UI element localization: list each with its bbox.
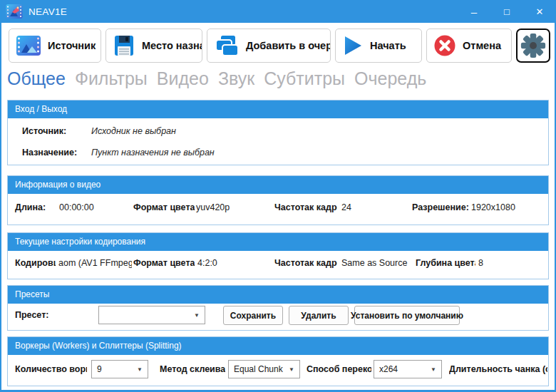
groupbox-io-header: Вход / Выход [8, 100, 548, 118]
tab-audio[interactable]: Звук [218, 68, 254, 89]
color-format-label: Формат цвета: [133, 202, 195, 212]
title-bar: NEAV1E – □ ✕ [0, 0, 556, 23]
add-to-queue-button[interactable]: Добавить в очередь [207, 29, 331, 63]
enc-framerate-value: Same as Source [341, 258, 407, 268]
bit-depth-value: 8 [478, 258, 483, 268]
tab-bar: Общее Фильтры Видео Звук Субтитры Очеред… [7, 68, 426, 89]
cancel-button[interactable]: Отмена [426, 29, 512, 63]
reencode-method-label: Способ перекодирования: [307, 364, 371, 374]
groupbox-presets-header: Пресеты [8, 286, 548, 304]
window-controls: – □ ✕ [458, 0, 556, 23]
queue-stack-icon [214, 34, 240, 57]
tab-general[interactable]: Общее [7, 68, 66, 89]
color-format-value: yuv420p [196, 202, 230, 212]
preset-save-label: Сохранить [230, 311, 276, 321]
enc-color-format-label: Формат цвета: [133, 258, 195, 268]
framerate-value: 24 [341, 202, 351, 212]
reencode-method-value: x264 [379, 364, 398, 374]
app-logo-icon [6, 4, 23, 19]
preset-set-default-label: Установить по умолчанию [351, 311, 463, 321]
cancel-x-icon [433, 34, 456, 57]
settings-button[interactable] [516, 29, 550, 63]
window-title: NEAV1E [29, 6, 67, 17]
tab-subtitles[interactable]: Субтитры [264, 68, 345, 89]
groupbox-workers-header: Воркеры (Workers) и Сплиттеры (Splitting… [8, 337, 548, 355]
groupbox-encoding: Текущие настройки кодирования Кодировщик… [7, 232, 549, 279]
destination-button-label: Место назначения [142, 40, 202, 51]
groupbox-io: Вход / Выход Источник: Исходник не выбра… [7, 100, 549, 165]
tab-filters[interactable]: Фильтры [75, 68, 148, 89]
destination-label: Назначение: [22, 148, 77, 158]
source-label: Источник: [22, 126, 66, 136]
maximize-button[interactable]: □ [490, 0, 523, 23]
groupbox-encoding-header: Текущие настройки кодирования [8, 233, 548, 251]
groupbox-presets: Пресеты Пресет: ▼ Сохранить Удалить Уста… [7, 285, 549, 331]
chevron-down-icon: ▼ [289, 366, 294, 373]
resolution-value: 1920x1080 [471, 202, 515, 212]
tab-video[interactable]: Видео [157, 68, 209, 89]
enc-framerate-label: Частотак кадров: [274, 258, 337, 268]
resolution-label: Разрешение: [412, 202, 469, 212]
preset-delete-button[interactable]: Удалить [289, 306, 349, 325]
enc-color-format-value: 4:2:0 [197, 258, 217, 268]
save-floppy-icon [113, 34, 135, 57]
chevron-down-icon: ▼ [431, 366, 436, 373]
start-button[interactable]: Начать [335, 29, 422, 63]
source-button[interactable]: Источник [9, 29, 101, 63]
groupbox-video-info: Информация о видео Длина: 00:00:00 Форма… [7, 175, 549, 225]
app-window: NEAV1E – □ ✕ Исто [0, 0, 556, 392]
minimize-button[interactable]: – [458, 0, 490, 23]
preset-set-default-button[interactable]: Установить по умолчанию [354, 306, 460, 325]
start-button-label: Начать [370, 40, 406, 51]
tab-queue[interactable]: Очередь [354, 68, 426, 89]
play-icon [342, 35, 364, 56]
preset-label: Пресет: [15, 310, 48, 320]
bit-depth-label: Глубина цвета: [416, 258, 475, 268]
destination-value: Пункт назначения не выбран [91, 148, 215, 158]
reencode-method-dropdown[interactable]: x264 ▼ [374, 360, 442, 378]
add-to-queue-button-label: Добавить в очередь [246, 40, 331, 51]
length-value: 00:00:00 [59, 202, 94, 212]
cancel-button-label: Отмена [463, 40, 501, 51]
length-label: Длина: [15, 202, 46, 212]
groupbox-video-info-header: Информация о видео [8, 176, 548, 194]
encoder-label: Кодировщик: [15, 258, 56, 268]
preset-delete-label: Удалить [301, 311, 336, 321]
chevron-down-icon: ▼ [137, 366, 143, 373]
chunk-length-label: Длительность чанка (сек): [449, 364, 547, 374]
merge-method-dropdown[interactable]: Equal Chunk ▼ [228, 360, 300, 378]
toolbar: Источник Место назначения [1, 26, 555, 66]
source-button-label: Источник [48, 40, 96, 51]
groupbox-workers: Воркеры (Workers) и Сплиттеры (Splitting… [7, 336, 549, 386]
framerate-label: Частотак кадров: [274, 202, 337, 212]
preset-save-button[interactable]: Сохранить [223, 306, 283, 325]
preset-dropdown[interactable]: ▼ [98, 306, 205, 324]
close-button[interactable]: ✕ [523, 0, 556, 23]
worker-count-label: Количество воркеров: [15, 364, 87, 374]
worker-count-value: 9 [97, 364, 102, 374]
chevron-down-icon: ▼ [194, 312, 200, 319]
merge-method-value: Equal Chunk [234, 364, 283, 374]
gear-icon [520, 32, 547, 59]
worker-count-dropdown[interactable]: 9 ▼ [91, 360, 148, 378]
source-film-icon [16, 35, 41, 56]
source-value: Исходник не выбран [91, 126, 176, 136]
merge-method-label: Метод склеивания: [160, 364, 225, 374]
destination-button[interactable]: Место назначения [105, 29, 202, 63]
encoder-value: aom (AV1 FFmpeg) [58, 258, 132, 268]
